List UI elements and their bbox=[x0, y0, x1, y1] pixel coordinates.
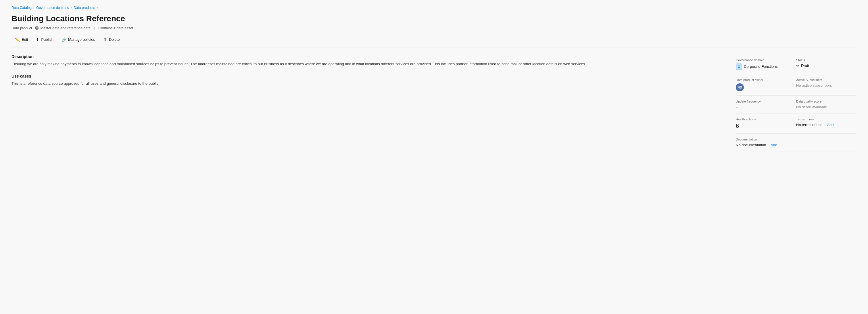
terms-of-use-label: Terms of use bbox=[796, 118, 857, 121]
breadcrumb-sep-2: › bbox=[71, 6, 72, 10]
delete-button[interactable]: 🗑 Delete bbox=[100, 36, 123, 44]
use-cases-title: Use cases bbox=[11, 74, 724, 78]
description-section: Description Ensuring we are only making … bbox=[11, 54, 724, 67]
subtitle-divider: | bbox=[94, 26, 95, 30]
draft-icon: ✏ bbox=[796, 63, 800, 68]
terms-of-use-value: No terms of use Add bbox=[796, 123, 857, 127]
breadcrumb: Data Catalog › Governance domains › Data… bbox=[11, 6, 857, 10]
status-cell: Status ✏ Draft bbox=[796, 54, 857, 74]
owner-label: Data product owner bbox=[736, 78, 796, 82]
documentation-value: No documentation Add bbox=[736, 143, 857, 147]
update-frequency-cell: Update frequency -- bbox=[736, 96, 796, 114]
governance-domain-label: Governance domain bbox=[736, 58, 796, 62]
publish-button[interactable]: ⬆ Publish bbox=[32, 36, 57, 44]
page-title: Building Locations Reference bbox=[11, 14, 857, 24]
breadcrumb-data-catalog[interactable]: Data Catalog bbox=[11, 6, 32, 10]
page-container: Data Catalog › Governance domains › Data… bbox=[0, 0, 868, 314]
sidebar-grid: Governance domain C Corporate Functions … bbox=[736, 54, 857, 151]
breadcrumb-sep-3: › bbox=[97, 6, 98, 10]
delete-icon: 🗑 bbox=[103, 37, 107, 42]
description-title: Description bbox=[11, 54, 724, 59]
main-layout: Description Ensuring we are only making … bbox=[11, 54, 857, 151]
breadcrumb-sep-1: › bbox=[33, 6, 34, 10]
governance-domain-text: Corporate Functions bbox=[744, 64, 778, 69]
health-actions-cell: Health actions 6 bbox=[736, 114, 796, 134]
breadcrumb-governance-domains[interactable]: Governance domains bbox=[36, 6, 69, 10]
toolbar: ✏️ Edit ⬆ Publish 🔗 Manage policies 🗑 De… bbox=[11, 36, 857, 48]
edit-button[interactable]: ✏️ Edit bbox=[11, 36, 31, 44]
use-cases-section: Use cases This is a reference data sourc… bbox=[11, 74, 724, 87]
terms-of-use-add-link[interactable]: Add bbox=[827, 123, 834, 127]
terms-of-use-text: No terms of use bbox=[796, 123, 823, 127]
health-actions-value: 6 bbox=[736, 123, 796, 129]
documentation-cell: Documentation No documentation Add bbox=[736, 134, 857, 151]
owner-avatar: ND bbox=[736, 83, 744, 91]
terms-of-use-cell: Terms of use No terms of use Add bbox=[796, 114, 857, 134]
edit-icon: ✏️ bbox=[15, 37, 20, 42]
subscribers-cell: Active Subscribers No active subscribers bbox=[796, 74, 857, 96]
health-number: 6 bbox=[736, 123, 739, 129]
owner-cell: Data product owner ND bbox=[736, 74, 796, 96]
subtitle-type: Data product bbox=[11, 26, 32, 30]
subtitle-category-tag: Master data and reference data bbox=[34, 26, 91, 30]
governance-domain-cell: Governance domain C Corporate Functions bbox=[736, 54, 796, 74]
owner-value: ND bbox=[736, 83, 796, 91]
use-cases-text: This is a reference data source approved… bbox=[11, 81, 724, 87]
database-icon bbox=[34, 26, 39, 30]
sidebar: Governance domain C Corporate Functions … bbox=[736, 54, 857, 151]
subtitle-assets: Contains 1 data asset bbox=[98, 26, 133, 30]
subscribers-value: No active subscribers bbox=[796, 83, 857, 88]
health-actions-label: Health actions bbox=[736, 118, 796, 121]
manage-policies-button[interactable]: 🔗 Manage policies bbox=[58, 36, 99, 44]
description-text: Ensuring we are only making payments to … bbox=[11, 61, 724, 67]
publish-icon: ⬆ bbox=[36, 37, 39, 42]
subtitle-row: Data product Master data and reference d… bbox=[11, 26, 857, 30]
status-text: Draft bbox=[801, 63, 809, 68]
subscribers-label: Active Subscribers bbox=[796, 78, 857, 82]
svg-point-0 bbox=[35, 26, 38, 28]
subtitle-category-text: Master data and reference data bbox=[40, 26, 91, 30]
policies-icon: 🔗 bbox=[62, 37, 66, 42]
update-frequency-value: -- bbox=[736, 105, 796, 109]
status-value: ✏ Draft bbox=[796, 63, 857, 68]
documentation-text: No documentation bbox=[736, 143, 766, 147]
documentation-add-link[interactable]: Add bbox=[771, 143, 777, 147]
data-quality-cell: Data quality score No score available bbox=[796, 96, 857, 114]
documentation-label: Documentation bbox=[736, 137, 857, 141]
status-label: Status bbox=[796, 58, 857, 62]
update-frequency-label: Update frequency bbox=[736, 100, 796, 103]
status-draft: ✏ Draft bbox=[796, 63, 809, 68]
corp-badge: C bbox=[736, 63, 742, 70]
data-quality-value: No score available bbox=[796, 105, 857, 109]
data-quality-label: Data quality score bbox=[796, 100, 857, 103]
content-area: Description Ensuring we are only making … bbox=[11, 54, 724, 151]
breadcrumb-data-products[interactable]: Data products bbox=[73, 6, 95, 10]
governance-domain-value: C Corporate Functions bbox=[736, 63, 796, 70]
